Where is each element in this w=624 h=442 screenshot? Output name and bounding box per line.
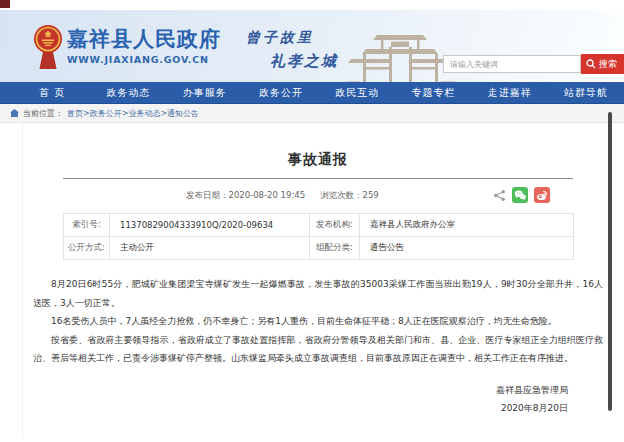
index-number-value: 11370829004333910Q/2020-09634: [110, 214, 310, 237]
search-input[interactable]: [443, 55, 581, 73]
site-url: WWW.JIAXIANG.GOV.CN: [67, 54, 221, 65]
publish-date: 发布日期：2020-08-20 19:45: [186, 190, 305, 202]
national-emblem-icon: [33, 23, 63, 73]
share-toolbar: [493, 187, 550, 203]
view-count-label: 浏览次数：: [320, 190, 363, 200]
publish-date-value: 2020-08-20 19:45: [229, 190, 306, 200]
table-row: 索引号: 11370829004333910Q/2020-09634 发布机构:…: [64, 214, 574, 237]
signature-date: 2020年8月20日: [23, 399, 568, 417]
article-meta: 发布日期：2020-08-20 19:45 浏览次数：259: [23, 179, 613, 211]
page: 嘉祥县人民政府 WWW.JIAXIANG.GOV.CN 曾子故里 礼孝之城: [0, 0, 624, 442]
paragraph-2: 16名受伤人员中，7人虽经全力抢救，仍不幸身亡；另有1人重伤，目前生命体征平稳；…: [33, 312, 603, 331]
category-value: 通告公告: [360, 237, 574, 260]
brand-block: 嘉祥县人民政府 WWW.JIAXIANG.GOV.CN: [67, 27, 221, 65]
nav-item-services[interactable]: 办事服务: [167, 82, 243, 103]
search-icon: [586, 59, 596, 69]
nav-item-news[interactable]: 政务动态: [90, 82, 166, 103]
index-number-label: 索引号:: [64, 214, 110, 237]
table-row: 公开方式: 主动公开 组配分类: 通告公告: [64, 237, 574, 260]
search-button-label: 搜索: [599, 58, 617, 71]
wechat-share-icon[interactable]: [512, 187, 528, 203]
home-icon: [10, 109, 19, 117]
nav-item-disclosure[interactable]: 政务公开: [243, 82, 319, 103]
publish-date-label: 发布日期：: [186, 190, 229, 200]
view-count-value: 259: [363, 190, 379, 200]
site-header: 嘉祥县人民政府 WWW.JIAXIANG.GOV.CN 曾子故里 礼孝之城: [0, 10, 624, 82]
disclosure-method-value: 主动公开: [110, 237, 310, 260]
main-nav: 首 页 政务动态 办事服务 政务公开 政民互动 专题专栏 走进嘉祥 站群导航: [0, 82, 624, 104]
article-card: 事故通报 发布日期：2020-08-20 19:45 浏览次数：259: [22, 123, 613, 438]
breadcrumb-path[interactable]: 首页>政务公开>业务动态>通知公告: [67, 108, 199, 119]
breadcrumb: 当前位置： 首页>政务公开>业务动态>通知公告: [0, 104, 624, 123]
site-title[interactable]: 嘉祥县人民政府: [67, 27, 221, 51]
article-signature: 嘉祥县应急管理局 2020年8月20日: [23, 381, 568, 417]
corner-artifact: [0, 0, 10, 8]
weibo-share-icon[interactable]: [534, 187, 550, 203]
article-body: 8月20日6时55分，肥城矿业集团梁宝寺煤矿发生一起爆燃事故，发生事故的3500…: [33, 275, 603, 368]
scrollbar-thumb[interactable]: [608, 112, 612, 411]
nav-item-sites[interactable]: 站群导航: [548, 82, 624, 103]
slogan-line1: 曾子故里: [246, 29, 338, 47]
paragraph-3: 按省委、省政府主要领导指示，省政府成立了事故处置指挥部，省政府分管领导及相关部门…: [33, 331, 603, 368]
nav-item-home[interactable]: 首 页: [14, 82, 90, 103]
breadcrumb-label: 当前位置：: [23, 108, 63, 119]
issuing-agency-value: 嘉祥县人民政府办公室: [360, 214, 574, 237]
document-info-table: 索引号: 11370829004333910Q/2020-09634 发布机构:…: [63, 213, 574, 260]
view-count: 浏览次数：259: [320, 190, 379, 202]
site-slogan: 曾子故里 礼孝之城: [246, 29, 338, 71]
slogan-line2: 礼孝之城: [270, 52, 338, 71]
article-title: 事故通报: [23, 151, 613, 169]
category-label: 组配分类:: [310, 237, 360, 260]
main-content: 事故通报 发布日期：2020-08-20 19:45 浏览次数：259: [0, 123, 624, 442]
disclosure-method-label: 公开方式:: [64, 237, 110, 260]
nav-item-topics[interactable]: 专题专栏: [395, 82, 471, 103]
issuing-agency-label: 发布机构:: [310, 214, 360, 237]
paragraph-1: 8月20日6时55分，肥城矿业集团梁宝寺煤矿发生一起爆燃事故，发生事故的3500…: [33, 275, 603, 312]
share-icon[interactable]: [493, 189, 506, 202]
signature-agency: 嘉祥县应急管理局: [23, 381, 568, 399]
nav-item-interaction[interactable]: 政民互动: [319, 82, 395, 103]
nav-item-visit[interactable]: 走进嘉祥: [472, 82, 548, 103]
search-button[interactable]: 搜索: [581, 54, 624, 74]
